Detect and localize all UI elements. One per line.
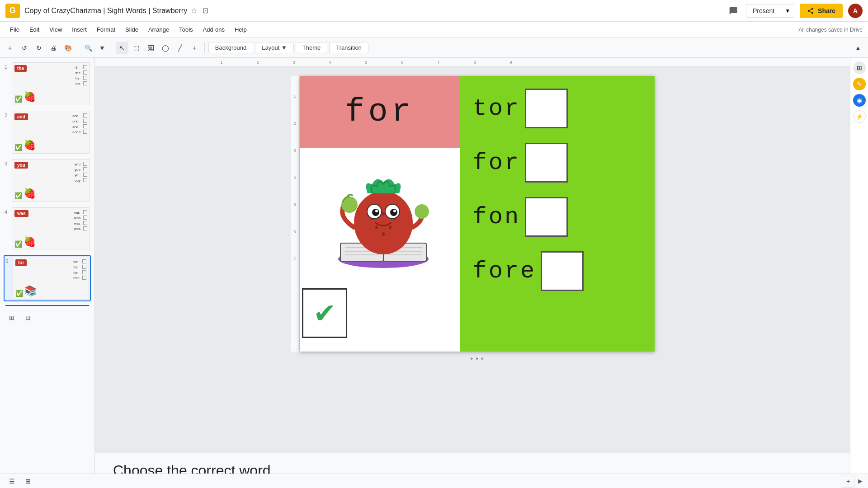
- main-area: 1 the ththehehte ✅ 🍓 2 and anbondandannd: [0, 58, 868, 488]
- menu-view[interactable]: View: [45, 24, 66, 35]
- menu-format[interactable]: Format: [92, 24, 120, 35]
- menu-help[interactable]: Help: [230, 24, 251, 35]
- slide-thumb-4: was vaswoswazwas ✅ 🍓: [12, 207, 90, 250]
- word-row-3: fon: [473, 197, 568, 237]
- slide-canvas[interactable]: for tor for fon: [300, 76, 655, 352]
- option-4-label: fore: [473, 258, 537, 285]
- sidebar-slides-icon[interactable]: ⊞: [853, 61, 866, 74]
- menu-arrange[interactable]: Arrange: [144, 24, 174, 35]
- ruler-mark-7: 7: [420, 60, 457, 65]
- slide-checkmark: ✔: [313, 297, 336, 329]
- menu-addons[interactable]: Add-ons: [198, 24, 229, 35]
- present-button[interactable]: Present ▼: [746, 4, 794, 18]
- present-dropdown-arrow[interactable]: ▼: [781, 5, 794, 17]
- ruler-mark-1: 1: [203, 60, 240, 65]
- slide-thumb-3: you youyuoyouoy ✅ 🍓: [12, 159, 90, 202]
- right-sidebar: ⊞ ✎ ◉ ⚡: [850, 58, 868, 488]
- option-2-checkbox[interactable]: [525, 143, 568, 183]
- slide-item-3[interactable]: 3 you youyuoyouoy ✅ 🍓: [4, 158, 91, 203]
- option-3-label: fon: [473, 204, 521, 230]
- paint-format-button[interactable]: 🎨: [61, 42, 74, 54]
- svg-point-15: [389, 225, 392, 229]
- sidebar-blue-icon[interactable]: ◉: [853, 94, 866, 107]
- menu-insert[interactable]: Insert: [67, 24, 91, 35]
- collapse-toolbar-btn[interactable]: ▲: [852, 42, 864, 54]
- redo-button[interactable]: ↻: [33, 42, 45, 54]
- grid-view-btn[interactable]: ⊞: [5, 311, 18, 324]
- undo-button[interactable]: ↺: [18, 42, 31, 54]
- slide-number-2: 2: [5, 113, 12, 118]
- word-row-1: tor: [473, 89, 568, 128]
- slide-number-5: 5: [5, 258, 13, 264]
- line-tool[interactable]: ╱: [174, 42, 186, 54]
- share-button[interactable]: Share: [800, 4, 843, 18]
- transition-button[interactable]: Transition: [329, 42, 368, 53]
- menu-file[interactable]: File: [5, 24, 24, 35]
- filmstrip-view-btn[interactable]: ☰: [5, 475, 18, 488]
- theme-button[interactable]: Theme: [296, 42, 327, 53]
- slide-number-3: 3: [5, 161, 12, 166]
- user-avatar[interactable]: A: [848, 4, 863, 18]
- option-1-checkbox[interactable]: [525, 89, 568, 128]
- option-4-checkbox[interactable]: [541, 251, 584, 291]
- sidebar-yellow-icon[interactable]: ✎: [853, 78, 866, 90]
- ruler-mark-6: 6: [384, 60, 420, 65]
- slides-panel: 1 the ththehehte ✅ 🍓 2 and anbondandannd: [0, 58, 95, 488]
- top-right-actions: Present ▼ Share A: [726, 4, 863, 18]
- image-tool[interactable]: 🖼: [145, 42, 157, 54]
- slide-nav-dots: • • •: [471, 355, 484, 363]
- slide-item-2[interactable]: 2 and anbondandannd ✅ 🍓: [4, 110, 91, 155]
- comment-icon[interactable]: [726, 4, 741, 18]
- slide-thumb-2: and anbondandannd ✅ 🍓: [12, 111, 90, 154]
- shapes-tool[interactable]: ◯: [159, 42, 172, 54]
- title-icons: ☆ ⊡: [191, 6, 208, 15]
- present-label: Present: [746, 5, 781, 17]
- top-bar: G Copy of CrazyCharizma | Sight Words | …: [0, 0, 868, 22]
- add-slide-status-btn[interactable]: +: [842, 475, 854, 488]
- share-label: Share: [818, 7, 835, 14]
- ruler-mark-9: 9: [493, 60, 529, 65]
- menu-edit[interactable]: Edit: [25, 24, 44, 35]
- menu-bar: File Edit View Insert Format Slide Arran…: [0, 22, 868, 38]
- add-button[interactable]: +: [4, 42, 16, 54]
- ruler-mark-2: 2: [240, 60, 276, 65]
- menu-slide[interactable]: Slide: [121, 24, 143, 35]
- grid-panel-view-btn[interactable]: ⊞: [22, 475, 34, 488]
- status-bar: ☰ ⊞ + ▶: [0, 474, 868, 488]
- svg-point-22: [393, 210, 396, 212]
- svg-point-14: [375, 225, 378, 229]
- slide-answer-checkbox[interactable]: ✔: [302, 288, 347, 338]
- select-tool[interactable]: ⬚: [130, 42, 143, 54]
- view-mode-buttons: ☰ ⊞: [5, 475, 34, 488]
- slides-icon[interactable]: ⊡: [203, 6, 208, 15]
- separator2: [112, 42, 112, 53]
- sidebar-explore-icon[interactable]: ⚡: [853, 110, 866, 123]
- background-button[interactable]: Background: [208, 42, 253, 53]
- ruler-mark-3: 3: [276, 60, 312, 65]
- list-view-btn[interactable]: ⊟: [22, 311, 34, 324]
- slide-item-4[interactable]: 4 was vaswoswazwas ✅ 🍓: [4, 206, 91, 251]
- insert-btn[interactable]: +: [188, 42, 201, 54]
- cursor-tool[interactable]: ↖: [116, 42, 128, 54]
- word-row-4: fore: [473, 251, 584, 291]
- slide-item-1[interactable]: 1 the ththehehte ✅ 🍓: [4, 61, 91, 106]
- star-icon[interactable]: ☆: [191, 6, 197, 15]
- separator3: [204, 42, 205, 53]
- layout-button[interactable]: Layout ▼: [255, 42, 294, 53]
- zoom-dropdown[interactable]: ▼: [96, 42, 108, 54]
- strawberry-character: [313, 141, 453, 282]
- ruler-vertical: 1 2 3 4 5 6 7: [291, 76, 300, 352]
- slide-thumb-1: the ththehehte ✅ 🍓: [12, 62, 90, 105]
- slide-pink-box: for: [300, 76, 460, 148]
- slide-divider: [5, 305, 89, 306]
- slide-item-5[interactable]: 5 for torforfonfore ✅ 📚: [4, 255, 91, 301]
- print-button[interactable]: 🖨: [47, 42, 60, 54]
- slide-nav-controls: + ▶: [842, 475, 863, 488]
- slide-number-4: 4: [5, 209, 12, 215]
- menu-tools[interactable]: Tools: [175, 24, 197, 35]
- slide-thumb-5: for torforfonfore ✅ 📚: [13, 257, 89, 300]
- zoom-button[interactable]: 🔍: [82, 42, 94, 54]
- canvas-area: 1 2 3 4 5 6 7 8 9 1 2 3 4 5 6 7: [95, 58, 850, 488]
- option-3-checkbox[interactable]: [525, 197, 568, 237]
- separator1: [78, 42, 78, 53]
